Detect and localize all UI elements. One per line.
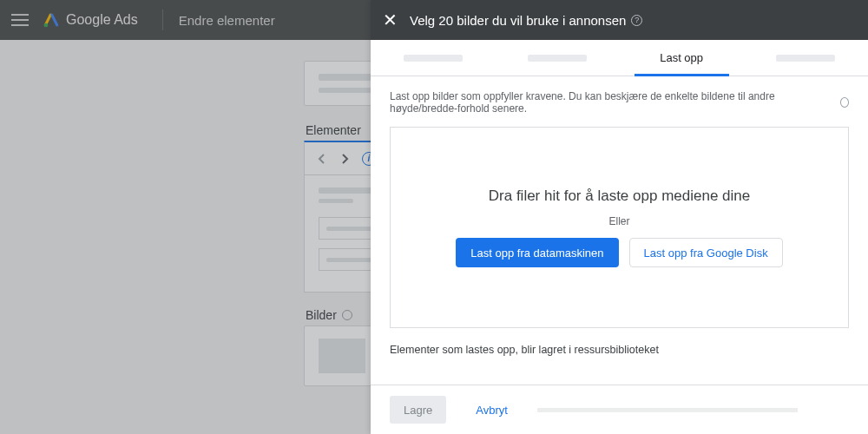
close-icon[interactable]: ✕ — [383, 11, 398, 29]
dialog-header: ✕ Velg 20 bilder du vil bruke i annonsen… — [371, 0, 868, 40]
dialog-footer: Lagre Avbryt — [371, 385, 868, 434]
dialog-tabs: Last opp — [371, 40, 868, 76]
upload-from-computer-button[interactable]: Last opp fra datamaskinen — [456, 238, 618, 267]
tab-placeholder[interactable] — [371, 40, 495, 76]
tab-upload[interactable]: Last opp — [620, 40, 744, 76]
library-note: Elementer som lastes opp, blir lagret i … — [390, 344, 849, 356]
helper-text: Last opp bilder som oppfyller kravene. D… — [390, 90, 849, 115]
tab-label: Last opp — [660, 51, 703, 64]
dropzone-headline: Dra filer hit for å laste opp mediene di… — [489, 187, 750, 205]
dialog-title: Velg 20 bilder du vil bruke i annonsen ? — [410, 13, 642, 28]
save-button[interactable]: Lagre — [390, 396, 446, 424]
upload-dropzone[interactable]: Dra filer hit for å laste opp mediene di… — [390, 127, 849, 328]
image-picker-dialog: ✕ Velg 20 bilder du vil bruke i annonsen… — [371, 0, 868, 434]
tab-placeholder[interactable] — [744, 40, 868, 76]
help-icon[interactable] — [840, 97, 849, 108]
footer-placeholder — [537, 408, 798, 412]
tab-placeholder[interactable] — [495, 40, 619, 76]
cancel-button[interactable]: Avbryt — [462, 396, 522, 424]
upload-from-drive-button[interactable]: Last opp fra Google Disk — [629, 238, 783, 267]
dropzone-or: Eller — [608, 215, 629, 227]
help-icon[interactable]: ? — [631, 15, 642, 26]
